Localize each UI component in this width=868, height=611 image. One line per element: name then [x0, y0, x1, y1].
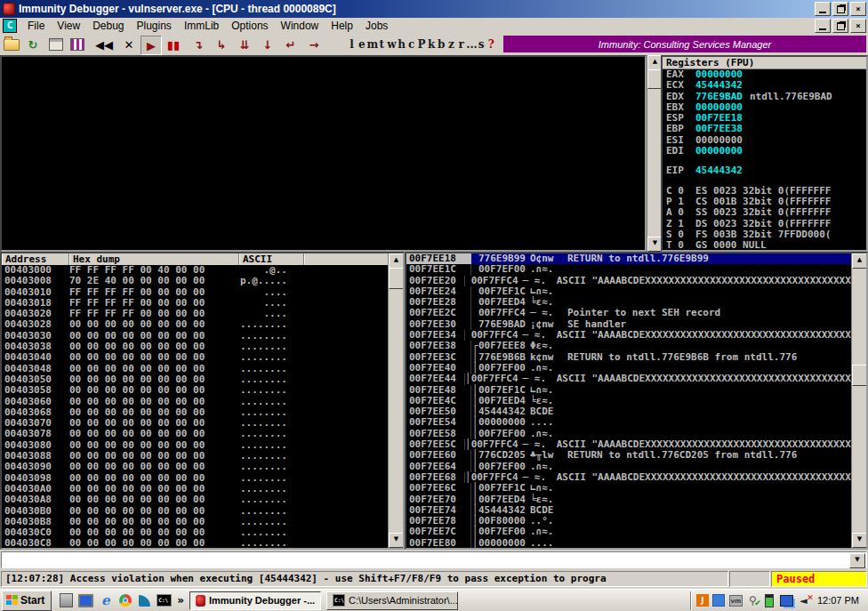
stack-row[interactable]: 00F7EE20 00F7FFC4 ─ ≈. ASCII "AAAABCDEXX… [406, 276, 866, 286]
scroll-up-arrow[interactable]: ▲ [389, 253, 404, 269]
show-desktop-icon[interactable] [78, 593, 93, 608]
cpu-vertical-scrollbar[interactable]: ▲ ▼ [647, 55, 662, 252]
view-shortcut-button[interactable]: c [406, 36, 416, 53]
view-shortcut-button[interactable]: h [397, 36, 406, 53]
view-shortcut-button[interactable]: ... [466, 36, 476, 53]
view-shortcut-button[interactable]: e [357, 36, 366, 53]
command-prompt-icon[interactable]: C:\ [157, 593, 172, 608]
volume-muted-tray-icon[interactable]: ◄✕ [797, 594, 810, 607]
execute-till-return-button[interactable]: ↵ [281, 36, 301, 53]
animate-into-button[interactable]: ⇊ [235, 36, 254, 53]
hex-dump-row[interactable]: 00403090 00 00 00 00 00 00 00 00 .......… [2, 462, 403, 472]
usb-eject-tray-icon[interactable]: ⚲✔ [746, 594, 760, 607]
hex-dump-row[interactable]: 004030A8 00 00 00 00 00 00 00 00 .......… [2, 494, 403, 505]
mdi-restore-button[interactable] [832, 19, 848, 33]
stack-row[interactable]: 00F7EE6C │ 00F7EF1C ∟∩≈. [406, 483, 866, 494]
stack-row[interactable]: 00F7EE54 │ 00000000 .... [406, 417, 866, 428]
battery-tray-icon[interactable] [763, 594, 776, 607]
stack-row[interactable]: 00F7EE70 │ 00F7EED4 ╘ε≈. [406, 494, 866, 505]
menu-item[interactable]: Help [325, 19, 359, 33]
chrome-icon[interactable] [117, 593, 133, 608]
stack-vertical-scrollbar[interactable]: ▲ ▼ [851, 253, 866, 548]
scroll-down-arrow[interactable]: ▼ [389, 533, 404, 548]
stack-row[interactable]: 00F7EE7C │ 00F7EF00 .∩≈. [406, 527, 866, 537]
view-shortcut-button[interactable]: m [366, 36, 376, 53]
java-tray-icon[interactable]: J [696, 594, 709, 607]
execute-till-user-button[interactable]: → [304, 36, 324, 53]
stack-row[interactable]: 00F7EE38 ┌ 00F7EEE8 Φε≈. [406, 341, 866, 351]
step-over-button[interactable]: ↳ [212, 36, 231, 53]
windows-list-button[interactable] [46, 36, 66, 53]
menu-item[interactable]: Plugins [131, 19, 178, 33]
vmware-tools-tray-icon[interactable]: vm [729, 594, 743, 607]
flag-row[interactable]: Z 1 DS 0023 32bit 0(FFFFFFF [663, 219, 866, 229]
stack-row[interactable]: 00F7EE28 00F7EED4 ╘ε≈. [406, 297, 866, 308]
taskbar-task-immunity[interactable]: Immunity Debugger -... [189, 591, 321, 610]
run-button[interactable]: ▶ [141, 36, 162, 55]
register-row[interactable]: ECX 45444342 [663, 80, 866, 91]
animate-over-button[interactable]: ↓ [258, 36, 277, 53]
menu-item[interactable]: Jobs [359, 19, 394, 33]
restart-button[interactable]: ↻ [23, 36, 43, 53]
register-row[interactable]: EBX 00000000 [663, 102, 866, 113]
mdi-close-button[interactable]: × [850, 19, 866, 33]
hex-dump-row[interactable]: 00403058 00 00 00 00 00 00 00 00 .......… [2, 385, 403, 396]
stack-row[interactable]: 00F7EE44 │ 00F7FFC4 ─ ≈. ASCII "AAAABCDE… [406, 374, 866, 384]
hex-dump-row[interactable]: 00403040 00 00 00 00 00 00 00 00 .......… [2, 352, 403, 363]
view-shortcut-button[interactable]: w [387, 36, 397, 53]
register-row[interactable]: EBP 00F7EE38 [663, 124, 866, 134]
stack-row[interactable]: 00F7EE84 │ 00000000 .... [406, 549, 866, 550]
view-shortcut-button[interactable]: k [427, 36, 437, 53]
hex-dump-row[interactable]: 004030B0 00 00 00 00 00 00 00 00 .......… [2, 506, 403, 517]
register-row[interactable]: EDX 776E9BAD ntdll.776E9BAD [663, 92, 866, 102]
dump-vertical-scrollbar[interactable]: ▲ ▼ [388, 253, 403, 548]
menu-item[interactable]: View [51, 19, 86, 33]
scroll-thumb[interactable] [389, 268, 404, 289]
hex-dump-row[interactable]: 00403028 00 00 00 00 00 00 00 00 .......… [2, 319, 403, 330]
mdi-minimize-button[interactable] [815, 19, 831, 33]
register-row[interactable]: EDI 00000000 [663, 146, 866, 157]
flag-row[interactable]: A 0 SS 0023 32bit 0(FFFFFFF [663, 207, 866, 218]
view-shortcut-button[interactable]: l [347, 36, 357, 53]
patches-button[interactable] [68, 36, 87, 53]
hex-dump-row[interactable]: 004030C8 00 00 00 00 00 00 00 00 .......… [2, 538, 403, 549]
command-bar[interactable]: ▼ [1, 551, 867, 568]
view-shortcut-button[interactable]: r [456, 36, 466, 53]
internet-explorer-icon[interactable]: e [98, 593, 113, 608]
scroll-up-arrow[interactable]: ▲ [852, 253, 867, 269]
view-shortcut-button[interactable]: s [476, 36, 486, 53]
view-shortcut-button[interactable]: z [446, 36, 456, 53]
network-tray-icon[interactable] [780, 594, 793, 607]
stack-row[interactable]: 00F7EE1C 00F7EF00 .∩≈. [406, 264, 866, 275]
stack-row[interactable]: 00F7EE24 00F7EF1C ∟∩≈. [406, 286, 866, 297]
start-button[interactable]: Start [2, 591, 52, 611]
command-dropdown-button[interactable]: ▼ [849, 553, 865, 568]
stack-row[interactable]: 00F7EE48 │ 00F7EF1C ∟∩≈. [406, 385, 866, 396]
open-file-button[interactable] [2, 36, 21, 53]
register-row[interactable]: ESI 00000000 [663, 135, 866, 146]
menu-item[interactable]: Options [225, 19, 274, 33]
step-into-button[interactable]: ↴ [189, 36, 208, 53]
register-row[interactable]: ESP 00F7EE18 [663, 113, 866, 124]
view-shortcut-button[interactable]: b [437, 36, 446, 53]
scroll-thumb[interactable] [852, 365, 867, 386]
rewind-button[interactable]: ◀◀ [94, 36, 114, 53]
view-shortcut-button[interactable]: t [377, 36, 387, 53]
hex-dump-row[interactable]: 00403078 00 00 00 00 00 00 00 00 .......… [2, 429, 403, 439]
server-manager-icon[interactable] [59, 593, 74, 608]
stack-row[interactable]: 00F7EE60 │ 776CD205 ♣╥lw RETURN to ntdll… [406, 450, 866, 461]
toolbar-overflow-chevron[interactable]: » [177, 595, 184, 606]
restore-button[interactable] [832, 2, 848, 16]
minimize-button[interactable] [815, 2, 831, 16]
terminate-button[interactable]: ✕ [119, 36, 139, 53]
menu-item[interactable]: File [21, 19, 51, 33]
view-shortcut-button[interactable]: ? [486, 36, 496, 53]
view-shortcut-button[interactable]: P [416, 36, 426, 53]
close-button[interactable]: × [850, 2, 866, 16]
menu-item[interactable]: Window [275, 19, 326, 33]
menu-item[interactable]: ImmLib [178, 19, 225, 33]
mdi-system-icon[interactable]: C [3, 19, 17, 33]
cpu-disassembly-pane[interactable] [0, 55, 647, 252]
hex-dump-row[interactable]: 00403008 70 2E 40 00 00 00 00 00 p.@....… [2, 276, 403, 286]
eip-row[interactable]: EIP 45444342 [663, 165, 866, 176]
